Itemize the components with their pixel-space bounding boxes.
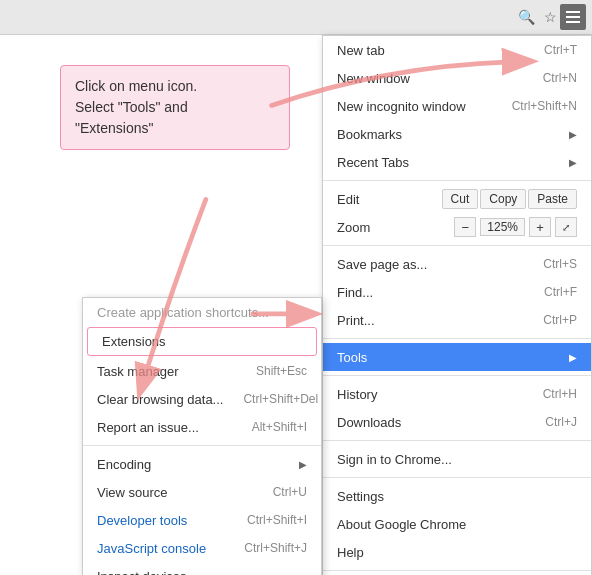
menu-item-sign-in[interactable]: Sign in to Chrome...: [323, 445, 591, 473]
menu-item-settings[interactable]: Settings: [323, 482, 591, 510]
instruction-text: Click on menu icon. Select "Tools" and "…: [75, 78, 197, 136]
menu-item-about[interactable]: About Google Chrome: [323, 510, 591, 538]
tools-submenu: Create application shortcuts... Extensio…: [82, 297, 322, 575]
submenu-arrow-icon: ▶: [569, 129, 577, 140]
submenu-item-clear-browsing[interactable]: Clear browsing data... Ctrl+Shift+Del: [83, 385, 321, 413]
menu-item-new-tab[interactable]: New tab Ctrl+T: [323, 36, 591, 64]
submenu-item-encoding[interactable]: Encoding ▶: [83, 450, 321, 478]
menu-separator: [83, 445, 321, 446]
submenu-arrow-icon: ▶: [569, 352, 577, 363]
submenu-item-report-issue[interactable]: Report an issue... Alt+Shift+I: [83, 413, 321, 441]
edit-row: Edit Cut Copy Paste: [323, 185, 591, 213]
menu-separator: [323, 375, 591, 376]
submenu-arrow-icon: ▶: [299, 459, 307, 470]
menu-item-help[interactable]: Help: [323, 538, 591, 566]
submenu-item-developer-tools[interactable]: Developer tools Ctrl+Shift+I: [83, 506, 321, 534]
menu-separator: [323, 440, 591, 441]
menu-item-print[interactable]: Print... Ctrl+P: [323, 306, 591, 334]
menu-item-history[interactable]: History Ctrl+H: [323, 380, 591, 408]
menu-item-tools[interactable]: Tools ▶: [323, 343, 591, 371]
zoom-row: Zoom − 125% + ⤢: [323, 213, 591, 241]
star-icon[interactable]: ☆: [540, 7, 560, 27]
paste-button[interactable]: Paste: [528, 189, 577, 209]
submenu-item-extensions[interactable]: Extensions: [87, 327, 317, 356]
browser-toolbar: 🔍 ☆: [0, 0, 592, 35]
page-content: Click on menu icon. Select "Tools" and "…: [0, 35, 592, 575]
menu-separator: [323, 338, 591, 339]
submenu-item-create-shortcuts[interactable]: Create application shortcuts...: [83, 298, 321, 326]
menu-item-save-page[interactable]: Save page as... Ctrl+S: [323, 250, 591, 278]
cut-button[interactable]: Cut: [442, 189, 479, 209]
menu-item-find[interactable]: Find... Ctrl+F: [323, 278, 591, 306]
menu-item-new-incognito[interactable]: New incognito window Ctrl+Shift+N: [323, 92, 591, 120]
submenu-item-task-manager[interactable]: Task manager Shift+Esc: [83, 357, 321, 385]
fullscreen-button[interactable]: ⤢: [555, 217, 577, 237]
main-dropdown-menu: New tab Ctrl+T New window Ctrl+N New inc…: [322, 35, 592, 575]
copy-button[interactable]: Copy: [480, 189, 526, 209]
instruction-bubble: Click on menu icon. Select "Tools" and "…: [60, 65, 290, 150]
menu-separator: [323, 570, 591, 571]
menu-item-recent-tabs[interactable]: Recent Tabs ▶: [323, 148, 591, 176]
menu-separator: [323, 477, 591, 478]
submenu-item-inspect-devices[interactable]: Inspect devices: [83, 562, 321, 575]
submenu-item-js-console[interactable]: JavaScript console Ctrl+Shift+J: [83, 534, 321, 562]
menu-separator: [323, 180, 591, 181]
search-icon[interactable]: 🔍: [516, 7, 536, 27]
menu-separator: [323, 245, 591, 246]
zoom-value: 125%: [480, 218, 525, 236]
submenu-arrow-icon: ▶: [569, 157, 577, 168]
menu-item-downloads[interactable]: Downloads Ctrl+J: [323, 408, 591, 436]
menu-button[interactable]: [560, 4, 586, 30]
menu-item-bookmarks[interactable]: Bookmarks ▶: [323, 120, 591, 148]
zoom-in-button[interactable]: +: [529, 217, 551, 237]
submenu-item-view-source[interactable]: View source Ctrl+U: [83, 478, 321, 506]
zoom-out-button[interactable]: −: [454, 217, 476, 237]
menu-item-new-window[interactable]: New window Ctrl+N: [323, 64, 591, 92]
